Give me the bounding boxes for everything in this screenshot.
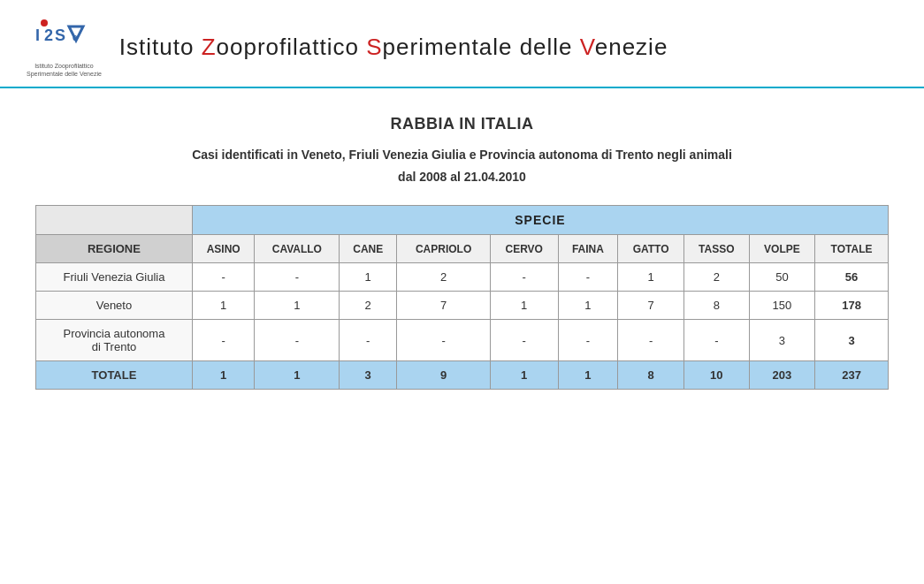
cell-friuli-cavallo: - <box>255 263 340 292</box>
page-header: I 2 S e Istituto Zooprofilattico Sperime… <box>0 0 924 88</box>
col-faina: FAINA <box>558 235 618 263</box>
svg-text:S: S <box>55 27 65 44</box>
cell-friuli-faina: - <box>558 263 618 292</box>
table-row: Provincia autonomadi Trento - - - - - - … <box>36 320 889 361</box>
cell-trento-gatto: - <box>618 320 684 361</box>
cell-veneto-capriolo: 7 <box>397 292 491 320</box>
title-I: I <box>119 34 126 60</box>
cell-friuli-cervo: - <box>490 263 558 292</box>
cell-totale-faina: 1 <box>558 361 618 390</box>
svg-text:I: I <box>35 27 40 44</box>
page-title: RABBIA IN ITALIA <box>35 115 889 133</box>
cell-totale-capriolo: 9 <box>397 361 491 390</box>
cell-totale-cane: 3 <box>340 361 397 390</box>
cell-veneto-cervo: 1 <box>490 292 558 320</box>
cell-trento-asino: - <box>192 320 255 361</box>
title-S: S <box>366 34 382 60</box>
cell-totale-cervo: 1 <box>490 361 558 390</box>
cell-friuli-asino: - <box>192 263 255 292</box>
region-veneto: Veneto <box>36 292 193 320</box>
cell-friuli-gatto: 1 <box>618 263 684 292</box>
subtitle: Casi identificati in Veneto, Friuli Vene… <box>35 146 889 164</box>
svg-point-0 <box>41 19 48 27</box>
cell-trento-cane: - <box>340 320 397 361</box>
region-friuli: Friuli Venezia Giulia <box>36 263 193 292</box>
cell-totale-gatto: 8 <box>618 361 684 390</box>
cell-veneto-cavallo: 1 <box>255 292 340 320</box>
col-volpe: VOLPE <box>749 235 814 263</box>
table-row: Veneto 1 1 2 7 1 1 7 8 150 178 <box>36 292 889 320</box>
cell-trento-tasso: - <box>683 320 749 361</box>
cell-friuli-tasso: 2 <box>683 263 749 292</box>
table-row: Friuli Venezia Giulia - - 1 2 - - 1 2 50… <box>36 263 889 292</box>
cell-veneto-faina: 1 <box>558 292 618 320</box>
col-cavallo: CAVALLO <box>255 235 340 263</box>
col-totale: TOTALE <box>815 235 889 263</box>
col-gatto: GATTO <box>618 235 684 263</box>
cell-friuli-volpe: 50 <box>749 263 814 292</box>
cell-trento-faina: - <box>558 320 618 361</box>
cell-totale-totale: 237 <box>815 361 889 390</box>
col-asino: ASINO <box>192 235 255 263</box>
header-row-1: SPECIE <box>36 206 889 235</box>
header-row-2: REGIONE ASINO CAVALLO CANE CAPRIOLO CERV… <box>36 235 889 263</box>
regione-header: REGIONE <box>36 235 193 263</box>
title-Z: Z <box>202 34 217 60</box>
cell-trento-totale: 3 <box>815 320 889 361</box>
cell-veneto-tasso: 8 <box>683 292 749 320</box>
logo-area: I 2 S e Istituto Zooprofilattico Sperime… <box>27 16 102 78</box>
main-content: RABBIA IN ITALIA Casi identificati in Ve… <box>0 88 924 407</box>
logo-icon: I 2 S e <box>28 16 99 60</box>
data-table: SPECIE REGIONE ASINO CAVALLO CANE CAPRIO… <box>35 205 889 390</box>
cell-friuli-cane: 1 <box>340 263 397 292</box>
cell-trento-capriolo: - <box>397 320 491 361</box>
title-V: V <box>580 34 595 60</box>
cell-totale-cavallo: 1 <box>255 361 340 390</box>
title-stituto: stituto <box>126 34 202 60</box>
cell-trento-volpe: 3 <box>749 320 814 361</box>
cell-totale-volpe: 203 <box>749 361 814 390</box>
specie-header: SPECIE <box>192 206 888 235</box>
svg-text:e: e <box>73 33 78 42</box>
header-title: Istituto Zooprofilattico Sperimentale de… <box>119 34 668 61</box>
cell-veneto-totale: 178 <box>815 292 889 320</box>
svg-text:2: 2 <box>44 27 53 44</box>
subtitle-date: dal 2008 al 21.04.2010 <box>35 170 889 184</box>
col-capriolo: CAPRIOLO <box>397 235 491 263</box>
col-tasso: TASSO <box>683 235 749 263</box>
top-left-cell <box>36 206 193 235</box>
col-cervo: CERVO <box>490 235 558 263</box>
totale-row: TOTALE 1 1 3 9 1 1 8 10 203 237 <box>36 361 889 390</box>
cell-totale-asino: 1 <box>192 361 255 390</box>
col-cane: CANE <box>340 235 397 263</box>
cell-totale-tasso: 10 <box>683 361 749 390</box>
cell-veneto-cane: 2 <box>340 292 397 320</box>
cell-veneto-volpe: 150 <box>749 292 814 320</box>
title-ooprofilattico: ooprofilattico <box>217 34 367 60</box>
region-trento: Provincia autonomadi Trento <box>36 320 193 361</box>
cell-veneto-asino: 1 <box>192 292 255 320</box>
cell-trento-cavallo: - <box>255 320 340 361</box>
title-perimentale: perimentale delle <box>383 34 580 60</box>
cell-trento-cervo: - <box>490 320 558 361</box>
logo-subtext: Istituto Zooprofilattico Sperimentale de… <box>27 62 102 78</box>
cell-friuli-capriolo: 2 <box>397 263 491 292</box>
cell-friuli-totale: 56 <box>815 263 889 292</box>
cell-veneto-gatto: 7 <box>618 292 684 320</box>
totale-label: TOTALE <box>36 361 193 390</box>
title-enezie: enezie <box>595 34 668 60</box>
